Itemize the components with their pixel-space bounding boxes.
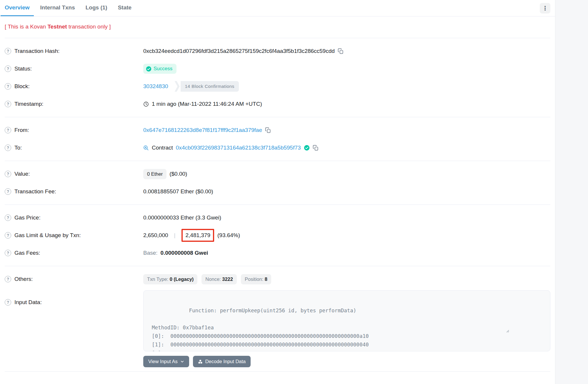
status-label: Status: bbox=[14, 66, 32, 72]
help-icon[interactable]: ? bbox=[5, 250, 11, 256]
nonce-pill: Nonce: 3222 bbox=[201, 274, 237, 284]
txn-type-key: Txn Type: bbox=[147, 276, 170, 282]
section-others-input: ? Others: Txn Type: 0 (Legacy) Nonce: 32… bbox=[5, 266, 550, 372]
row-transaction-fee: ? Transaction Fee: 0.0081885507 Ether ($… bbox=[5, 183, 550, 200]
value-amount-pill: 0 Ether bbox=[143, 169, 166, 179]
from-address-link[interactable]: 0x647e7168122263d8e7f81f17fff9c2f1aa379f… bbox=[143, 127, 262, 133]
zoom-in-icon[interactable] bbox=[143, 145, 149, 151]
from-label: From: bbox=[14, 127, 29, 133]
arrow-separator-icon bbox=[175, 81, 180, 92]
gas-used-annotation-box: 2,481,379 bbox=[181, 229, 214, 242]
section-from-to: ? From: 0x647e7168122263d8e7f81f17fff9c2… bbox=[5, 117, 550, 161]
decode-input-data-button[interactable]: Decode Input Data bbox=[193, 356, 251, 367]
row-gas-price: ? Gas Price: 0.0000000033 Ether (3.3 Gwe… bbox=[5, 209, 550, 227]
help-icon[interactable]: ? bbox=[5, 299, 11, 306]
timestamp-label: Timestamp: bbox=[14, 101, 44, 107]
gas-used-value: 2,481,379 bbox=[185, 232, 210, 238]
section-hash-status-block-time: ? Transaction Hash: 0xcb324eedcd1d07296f… bbox=[5, 38, 550, 117]
kebab-icon: ⋮ bbox=[542, 5, 548, 12]
row-value: ? Value: 0 Ether ($0.00) bbox=[5, 165, 550, 183]
input-data-text: Function: performUpkeep(uint256 id, byte… bbox=[152, 308, 369, 351]
section-value-fee: ? Value: 0 Ether ($0.00) ? Transaction F… bbox=[5, 161, 550, 205]
row-to: ? To: Contract 0x4cb093f226983713164a621… bbox=[5, 139, 550, 157]
gas-used-percent: (93.64%) bbox=[217, 232, 240, 239]
value-label: Value: bbox=[14, 171, 30, 177]
tab-overview[interactable]: Overview bbox=[1, 0, 34, 16]
transaction-fee-value: 0.0081885507 Ether ($0.00) bbox=[143, 188, 213, 195]
gas-price-value: 0.0000000033 Ether (3.3 Gwei) bbox=[143, 214, 221, 221]
help-icon[interactable]: ? bbox=[5, 232, 11, 239]
gas-separator: | bbox=[174, 232, 176, 239]
help-icon[interactable]: ? bbox=[5, 188, 11, 195]
decode-input-data-label: Decode Input Data bbox=[205, 359, 246, 364]
tab-state[interactable]: State bbox=[114, 0, 136, 16]
notice-bold: Testnet bbox=[47, 24, 67, 30]
txn-type-value: 0 (Legacy) bbox=[170, 276, 194, 282]
row-timestamp: ? Timestamp: 1 min ago (Mar-11-2022 11:4… bbox=[5, 95, 550, 113]
position-pill: Position: 8 bbox=[241, 274, 271, 284]
testnet-notice: [ This is a Kovan Testnet transaction on… bbox=[5, 16, 550, 38]
nonce-key: Nonce: bbox=[205, 276, 222, 282]
gas-fees-label: Gas Fees: bbox=[14, 250, 40, 256]
row-gas-limit-usage: ? Gas Limit & Usage by Txn: 2,650,000 | … bbox=[5, 227, 550, 244]
row-status: ? Status: Success bbox=[5, 60, 550, 78]
position-key: Position: bbox=[245, 276, 265, 282]
status-badge-text: Success bbox=[154, 66, 172, 72]
nonce-value: 3222 bbox=[222, 276, 233, 282]
block-confirmations-badge: 14 Block Confirmations bbox=[175, 81, 239, 92]
copy-icon[interactable] bbox=[313, 145, 319, 151]
help-icon[interactable]: ? bbox=[5, 276, 11, 282]
to-label: To: bbox=[14, 145, 22, 151]
decode-cubes-icon bbox=[198, 359, 203, 364]
input-data-actions: View Input As Decode Input Data bbox=[143, 356, 550, 367]
help-icon[interactable]: ? bbox=[5, 214, 11, 221]
row-others: ? Others: Txn Type: 0 (Legacy) Nonce: 32… bbox=[5, 270, 550, 288]
tab-logs[interactable]: Logs (1) bbox=[81, 0, 111, 16]
gas-fees-base-label: Base: bbox=[143, 250, 158, 256]
transaction-detail-card: Overview Internal Txns Logs (1) State ⋮ … bbox=[0, 0, 555, 384]
input-data-label: Input Data: bbox=[14, 299, 42, 306]
timestamp-value: 1 min ago (Mar-11-2022 11:46:24 AM +UTC) bbox=[152, 101, 262, 107]
kebab-menu-button[interactable]: ⋮ bbox=[540, 3, 550, 14]
help-icon[interactable]: ? bbox=[5, 145, 11, 151]
notice-prefix: [ This is a Kovan bbox=[5, 24, 47, 30]
view-input-as-button[interactable]: View Input As bbox=[143, 356, 189, 367]
verified-check-icon bbox=[304, 145, 310, 151]
gas-fees-base-value: 0.000000008 Gwei bbox=[161, 250, 208, 256]
section-gas: ? Gas Price: 0.0000000033 Ether (3.3 Gwe… bbox=[5, 205, 550, 266]
block-confirmations-text: 14 Block Confirmations bbox=[181, 81, 239, 92]
to-address-link[interactable]: 0x4cb093f226983713164a62138c3f718a5b595f… bbox=[176, 145, 301, 151]
transaction-hash-value: 0xcb324eedcd1d07296fdf3d215a2865275f159c… bbox=[143, 48, 335, 54]
copy-icon[interactable] bbox=[265, 127, 271, 133]
row-from: ? From: 0x647e7168122263d8e7f81f17fff9c2… bbox=[5, 121, 550, 139]
notice-suffix: transaction only ] bbox=[67, 24, 111, 30]
value-usd: ($0.00) bbox=[169, 171, 187, 177]
tab-bar: Overview Internal Txns Logs (1) State ⋮ bbox=[0, 0, 555, 16]
input-data-textarea[interactable]: Function: performUpkeep(uint256 id, byte… bbox=[143, 290, 550, 351]
overview-panel: [ This is a Kovan Testnet transaction on… bbox=[0, 16, 555, 372]
help-icon[interactable]: ? bbox=[5, 127, 11, 133]
view-input-as-label: View Input As bbox=[148, 359, 178, 364]
gas-limit-label: Gas Limit & Usage by Txn: bbox=[14, 232, 81, 239]
help-icon[interactable]: ? bbox=[5, 48, 11, 54]
row-transaction-hash: ? Transaction Hash: 0xcb324eedcd1d07296f… bbox=[5, 42, 550, 60]
success-check-icon bbox=[146, 66, 151, 72]
transaction-hash-label: Transaction Hash: bbox=[14, 48, 59, 54]
help-icon[interactable]: ? bbox=[5, 171, 11, 177]
row-gas-fees: ? Gas Fees: Base: 0.000000008 Gwei bbox=[5, 244, 550, 262]
help-icon[interactable]: ? bbox=[5, 83, 11, 90]
help-icon[interactable]: ? bbox=[5, 66, 11, 72]
position-value: 8 bbox=[265, 276, 267, 282]
help-icon[interactable]: ? bbox=[5, 101, 11, 107]
block-number-link[interactable]: 30324830 bbox=[143, 83, 168, 90]
gas-limit-value: 2,650,000 bbox=[143, 232, 168, 239]
clock-icon bbox=[143, 101, 149, 107]
copy-icon[interactable] bbox=[338, 48, 344, 54]
tab-internal-txns[interactable]: Internal Txns bbox=[36, 0, 79, 16]
others-label: Others: bbox=[14, 276, 33, 282]
block-label: Block: bbox=[14, 83, 30, 90]
resize-handle-icon[interactable] bbox=[505, 311, 549, 350]
txn-type-pill: Txn Type: 0 (Legacy) bbox=[143, 274, 197, 284]
to-contract-prefix: Contract bbox=[152, 145, 173, 151]
gas-price-label: Gas Price: bbox=[14, 214, 41, 221]
